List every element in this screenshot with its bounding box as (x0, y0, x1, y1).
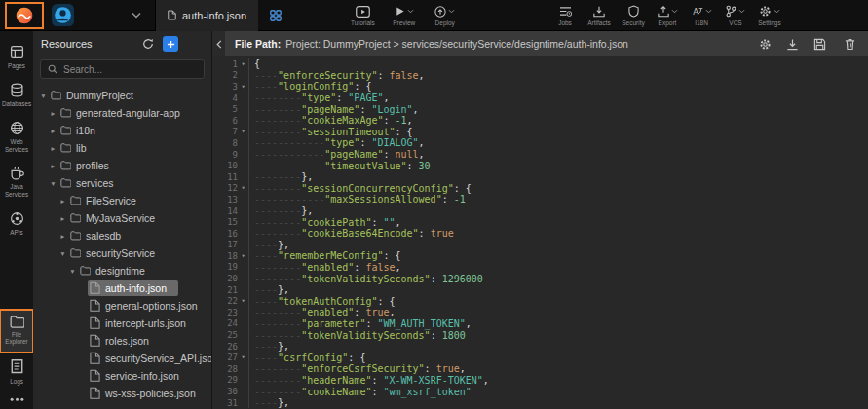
gutter: 23 (212, 307, 249, 318)
tab-auth-info-json[interactable]: auth-info.json (155, 0, 258, 31)
indent-whitespace: -------- (254, 318, 301, 329)
sidebar-item-more[interactable] (0, 391, 33, 409)
download-file-button[interactable] (786, 38, 799, 51)
chevron-down-icon[interactable]: ▾ (38, 92, 49, 100)
resources-panel: Resources ▾DummyProject▸generated-angula… (33, 31, 212, 409)
tree-item-i18n[interactable]: ▸i18n (33, 122, 211, 139)
tree-item-general-options.json[interactable]: general-options.json (33, 297, 211, 315)
wavemaker-logo-icon (15, 6, 34, 25)
project-avatar[interactable] (51, 3, 75, 27)
gutter: 10 (212, 160, 249, 171)
tree-item-services[interactable]: ▾services (33, 174, 211, 192)
chevron-right-icon[interactable]: ▸ (48, 162, 58, 170)
chevron-right-icon[interactable]: ▸ (57, 232, 68, 241)
collapse-panel-button[interactable] (212, 31, 225, 56)
search-icon (48, 64, 57, 74)
coffee-icon (10, 166, 24, 180)
sidebar-item-java-services[interactable]: Java Services (0, 160, 33, 205)
code-text: --------}, (249, 205, 313, 216)
topbar-action-vcs[interactable]: VCS (721, 0, 750, 31)
tree-item-profiles[interactable]: ▸profiles (33, 157, 211, 174)
tree-item-ws-xss-policies.json[interactable]: ws-xss-policies.json (33, 385, 211, 402)
tree-item-salesdb[interactable]: ▸salesdb (33, 227, 211, 244)
chevron-down-icon[interactable] (132, 12, 141, 19)
tree-item-DummyProject[interactable]: ▾DummyProject (33, 87, 211, 104)
chevron-right-icon[interactable]: ▸ (48, 144, 58, 153)
search-input[interactable] (63, 64, 197, 75)
tree-item-service-info.json[interactable]: service-info.json (33, 367, 211, 385)
sidebar-item-logs[interactable]: Logs (0, 353, 33, 391)
tree-item-securityService_API.json[interactable]: securityService_API.json (33, 350, 211, 367)
chevron-down-icon[interactable]: ▾ (57, 249, 68, 258)
app-logo[interactable] (5, 2, 44, 29)
chevron-right-icon[interactable]: ▸ (57, 214, 68, 223)
sidebar-item-web-services[interactable]: Web Services (0, 115, 33, 161)
sidebar-item-file-explorer[interactable]: File Explorer (0, 310, 33, 353)
deploy-icon (434, 6, 446, 18)
chevron-down-icon[interactable]: ▾ (48, 179, 58, 188)
code-text: ----}, (249, 397, 289, 408)
fold-toggle-icon[interactable]: ▾ (238, 184, 248, 192)
topbar-action-artifacts[interactable]: Artifacts (585, 0, 614, 31)
topbar-action-settings[interactable]: Settings (755, 0, 784, 31)
tree-item-lib[interactable]: ▸lib (33, 139, 211, 157)
database-icon (10, 83, 24, 97)
topbar-action-label: Export (659, 19, 677, 26)
line-number: 26 (212, 342, 238, 352)
tree-item-securityService[interactable]: ▾securityService (33, 244, 211, 262)
folder-icon (60, 108, 71, 117)
tree-item-auth-info.json[interactable]: auth-info.json (33, 279, 211, 297)
fold-toggle-icon[interactable]: ▾ (238, 252, 248, 260)
tree-item-intercept-urls.json[interactable]: intercept-urls.json (33, 315, 211, 332)
fold-toggle-icon[interactable]: ▾ (238, 128, 248, 135)
chevron-right-icon[interactable]: ▸ (48, 127, 58, 135)
code-text: ----"tokenAuthConfig": { (249, 296, 396, 307)
fold-toggle-icon[interactable]: ▾ (238, 83, 248, 91)
topbar-action-security[interactable]: Security (619, 0, 648, 31)
topbar-action-i18n[interactable]: AI18N (687, 0, 716, 31)
tree-item-generated-angular-app[interactable]: ▸generated-angular-app (33, 104, 211, 122)
topbar-action-export[interactable]: Export (653, 0, 682, 31)
indent-whitespace: -------- (254, 387, 301, 397)
svg-text:A: A (693, 7, 698, 17)
topbar-action-tutorials[interactable]: Tutorials (348, 0, 378, 31)
file-icon (90, 299, 100, 312)
caret-down-icon (671, 9, 678, 14)
search-box[interactable] (40, 59, 205, 79)
gutter: 21 (212, 284, 249, 296)
add-button[interactable] (163, 36, 178, 52)
api-icon (10, 211, 24, 226)
sidebar-item-apis[interactable]: APIs (0, 205, 33, 243)
tree-item-roles.json[interactable]: roles.json (33, 332, 211, 350)
caret-down-icon (705, 9, 712, 14)
save-file-button[interactable] (813, 38, 826, 51)
code-editor[interactable]: 1▾{2----"enforceSecurity": false,3▾----"… (212, 56, 868, 409)
topbar-action-preview[interactable]: Preview (390, 0, 419, 31)
tree-item-MyJavaService[interactable]: ▸MyJavaService (33, 209, 211, 227)
tree-item-FileService[interactable]: ▸FileService (33, 192, 211, 209)
code-line: 4--------"type": "PAGE", (212, 93, 868, 104)
sidebar-item-pages[interactable]: Pages (0, 39, 33, 77)
chevron-right-icon[interactable]: ▸ (57, 197, 68, 205)
code-text: ------------"pageName": null, (249, 149, 425, 160)
fold-toggle-icon[interactable]: ▾ (238, 353, 248, 361)
topbar-action-deploy[interactable]: Deploy (431, 0, 460, 31)
sidebar-spacer (0, 243, 33, 310)
tree-item-designtime[interactable]: ▾designtime (33, 262, 211, 279)
folder-icon (60, 161, 71, 169)
refresh-button[interactable] (142, 38, 154, 50)
fold-toggle-icon[interactable]: ▾ (238, 297, 248, 305)
chevron-right-icon[interactable]: ▸ (48, 109, 58, 118)
code-line: 19--------"enabled": false, (212, 262, 868, 274)
topbar-action-jobs[interactable]: Jobs (550, 0, 580, 31)
fold-toggle-icon[interactable]: ▾ (238, 60, 248, 68)
chevron-down-icon[interactable]: ▾ (67, 267, 78, 276)
sidebar-item-databases[interactable]: Databases (0, 77, 33, 115)
delete-file-button[interactable] (845, 38, 855, 51)
file-settings-button[interactable] (759, 38, 772, 51)
line-number: 23 (212, 308, 238, 317)
code-line: 29--------"headerName": "X-WM-XSRF-TOKEN… (212, 375, 868, 387)
indent-whitespace: -------- (254, 115, 301, 126)
grid-icon[interactable] (270, 10, 282, 21)
gutter: 12▾ (212, 183, 249, 195)
